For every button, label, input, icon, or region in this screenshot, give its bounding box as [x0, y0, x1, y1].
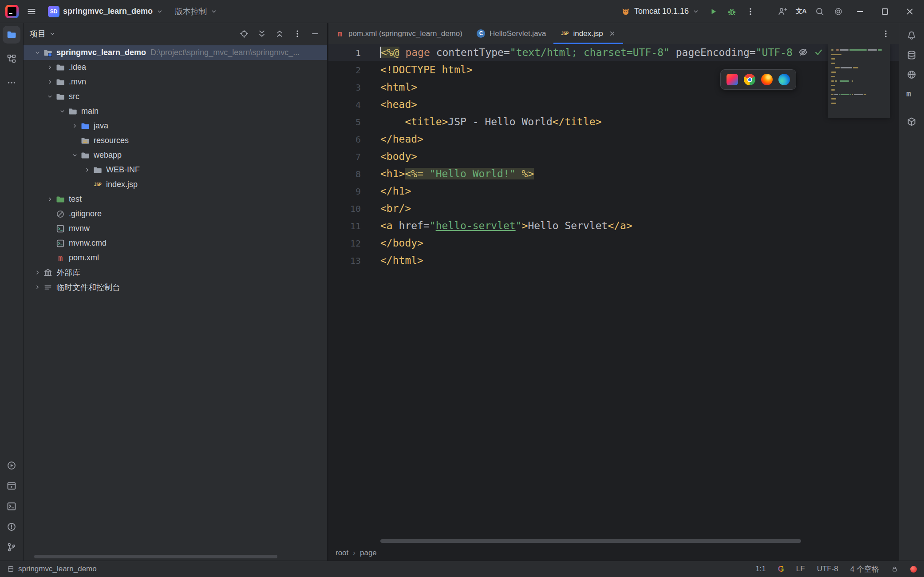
search-everywhere-button[interactable]: [811, 3, 828, 20]
line-separator-widget[interactable]: LF: [796, 565, 805, 573]
chevron-down-icon[interactable]: [56, 107, 68, 116]
line-number[interactable]: 11: [328, 221, 379, 231]
hide-panel-button[interactable]: [308, 27, 322, 40]
line-number[interactable]: 12: [328, 238, 379, 249]
tree-item-java-folder[interactable]: java: [24, 119, 327, 133]
line-number[interactable]: 13: [328, 255, 379, 266]
project-panel-title[interactable]: 项目: [30, 28, 56, 39]
translate-plugin-icon[interactable]: G: [778, 565, 784, 574]
code-line-9[interactable]: 9</h1>: [328, 183, 899, 200]
more-run-actions-button[interactable]: [742, 3, 759, 20]
code-line-13[interactable]: 13</html>: [328, 252, 899, 269]
chevron-right-icon[interactable]: [69, 121, 80, 131]
code-line-10[interactable]: 10<br/>: [328, 200, 899, 217]
edge-icon[interactable]: [778, 74, 790, 85]
line-number[interactable]: 6: [328, 134, 379, 145]
structure-button[interactable]: [3, 50, 20, 68]
chevron-right-icon[interactable]: [44, 77, 55, 87]
main-menu-button[interactable]: [23, 3, 40, 20]
tab-pom-xml[interactable]: mpom.xml (springmvc_learn_demo): [328, 23, 470, 44]
code-line-11[interactable]: 11<a href="hello-servlet">Hello Servlet<…: [328, 217, 899, 235]
tree-item-mvnw-file[interactable]: mvnw: [24, 221, 327, 236]
problems-button[interactable]: [3, 518, 20, 536]
tree-item-project-root[interactable]: springmvc_learn_demoD:\project\spring_mv…: [24, 45, 327, 60]
code-line-3[interactable]: 3<html>: [328, 79, 899, 96]
minimize-button[interactable]: [849, 2, 872, 21]
panel-options-button[interactable]: [291, 27, 304, 40]
line-number[interactable]: 1: [328, 48, 379, 58]
code-line-5[interactable]: 5 <title>JSP - Hello World</title>: [328, 113, 899, 131]
code-line-8[interactable]: 8<h1><%= "Hello World!" %>: [328, 165, 899, 183]
code-with-me-button[interactable]: [774, 3, 791, 20]
maximize-button[interactable]: [873, 2, 896, 21]
chevron-down-icon[interactable]: [44, 92, 55, 102]
chevron-right-icon[interactable]: [44, 195, 55, 204]
more-tools-button[interactable]: [3, 74, 20, 92]
expand-all-button[interactable]: [255, 27, 269, 40]
code-line-12[interactable]: 12</body>: [328, 235, 899, 252]
project-widget[interactable]: SD springmvc_learn_demo: [44, 3, 167, 20]
tree-item-resources-folder[interactable]: resources: [24, 133, 327, 148]
run-config-selector[interactable]: Tomcat 10.1.16: [617, 3, 703, 20]
intellij-preview-icon[interactable]: [727, 74, 738, 85]
chevron-right-icon[interactable]: [32, 268, 43, 278]
tree-item-mvnw-cmd-file[interactable]: mvnw.cmd: [24, 236, 327, 251]
debug-button[interactable]: [723, 3, 740, 20]
status-project-name[interactable]: springmvc_learn_demo: [18, 565, 97, 573]
tree-item-webapp-folder[interactable]: webapp: [24, 148, 327, 163]
editor-hscrollbar[interactable]: [380, 539, 801, 543]
minimap[interactable]: [828, 44, 890, 118]
line-number[interactable]: 2: [328, 65, 379, 76]
locate-file-button[interactable]: [237, 27, 251, 40]
dependencies-button[interactable]: [903, 113, 920, 131]
indent-widget[interactable]: 4 个空格: [850, 564, 879, 574]
line-number[interactable]: 9: [328, 186, 379, 197]
code-line-4[interactable]: 4<head>: [328, 96, 899, 113]
database-button[interactable]: [903, 46, 920, 64]
translate-button[interactable]: 文A: [793, 3, 809, 20]
tab-index-jsp[interactable]: JSPindex.jsp: [553, 23, 623, 44]
code-line-7[interactable]: 7<body>: [328, 148, 899, 165]
collapse-all-button[interactable]: [273, 27, 286, 40]
encoding-widget[interactable]: UTF-8: [817, 565, 838, 573]
tree-item-test-folder[interactable]: test: [24, 192, 327, 207]
line-number[interactable]: 7: [328, 151, 379, 162]
tree-item-pom-xml-file[interactable]: mpom.xml: [24, 251, 327, 265]
editor[interactable]: 1<%@ page contentType="text/html; charse…: [328, 44, 899, 545]
project-button[interactable]: [3, 26, 20, 44]
breadcrumb-root[interactable]: root: [336, 549, 348, 557]
tab-helloservlet-java[interactable]: CHelloServlet.java: [470, 23, 553, 44]
line-number[interactable]: 5: [328, 117, 379, 127]
readonly-lock-icon[interactable]: [891, 565, 898, 573]
chevron-right-icon[interactable]: [81, 165, 93, 175]
chevron-right-icon[interactable]: [44, 63, 55, 72]
line-number[interactable]: 4: [328, 99, 379, 110]
run-tool-button[interactable]: [3, 457, 20, 474]
plugin-status-dot-icon[interactable]: [910, 566, 917, 573]
run-button[interactable]: [705, 3, 722, 20]
chrome-icon[interactable]: [744, 74, 755, 85]
line-number[interactable]: 3: [328, 82, 379, 93]
inspections-widget[interactable]: [798, 47, 824, 57]
chevron-down-icon[interactable]: [32, 48, 43, 58]
web-button[interactable]: [903, 66, 920, 84]
tree-item-web-inf-folder[interactable]: WEB-INF: [24, 163, 327, 177]
tree-item-main-folder[interactable]: main: [24, 104, 327, 119]
line-number[interactable]: 10: [328, 203, 379, 214]
vcs-widget[interactable]: 版本控制: [171, 3, 221, 20]
tree-item-idea-folder[interactable]: .idea: [24, 60, 327, 75]
chevron-down-icon[interactable]: [69, 151, 80, 160]
notifications-button[interactable]: [903, 27, 920, 44]
version-control-button[interactable]: [3, 538, 20, 556]
tree-item-gitignore-file[interactable]: .gitignore: [24, 207, 327, 221]
breadcrumb-page[interactable]: page: [360, 549, 377, 557]
terminal-button[interactable]: [3, 497, 20, 515]
close-button[interactable]: [898, 2, 921, 21]
code-line-6[interactable]: 6</head>: [328, 131, 899, 148]
tree-item-external-libraries[interactable]: 外部库: [24, 265, 327, 280]
caret-position-widget[interactable]: 1:1: [755, 565, 766, 573]
highlighting-level-eye-icon[interactable]: [798, 47, 808, 57]
code-line-2[interactable]: 2<!DOCTYPE html>: [328, 61, 899, 79]
tree-item-src-folder[interactable]: src: [24, 89, 327, 104]
chevron-right-icon[interactable]: [32, 283, 43, 292]
